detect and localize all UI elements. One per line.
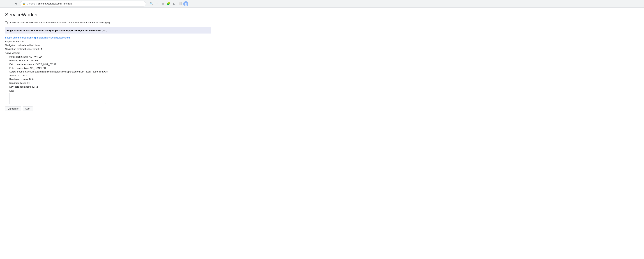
devtools-checkbox[interactable] [5,22,8,24]
search-button[interactable]: 🔍 [149,1,154,6]
registration-id-row: Registration ID: 231 [5,40,210,44]
version-id-row: Version ID: 1753 [9,74,210,78]
devtools-label: Open DevTools window and pause JavaScrip… [9,21,110,24]
scope-link[interactable]: Scope: chrome-extension://djjmngfglakhkh… [5,36,210,39]
start-button[interactable]: Start [23,107,33,111]
media-button[interactable]: ⊡ [172,1,177,6]
profile-avatar [184,2,188,6]
nav-preload-enabled-row: Navigation preload enabled: false [5,44,210,47]
installation-status-row: Installation Status: ACTIVATED [9,55,210,59]
reload-button[interactable]: ↺ [14,1,19,6]
bookmark-button[interactable]: ☆ [160,1,165,6]
profile-button[interactable] [183,1,188,6]
registrations-header: Registrations in: /Users/forinton/Librar… [5,28,210,34]
bookmark-icon: ☆ [162,2,164,6]
devtools-checkbox-row: Open DevTools window and pause JavaScrip… [5,21,210,24]
address-bar-text: Chrome | chrome://serviceworker-internal… [27,2,72,5]
log-label: Log: [9,89,210,92]
fetch-handler-existence-row: Fetch handler existence: DOES_NOT_EXIST [9,63,210,66]
address-bar[interactable]: 🔒 Chrome | chrome://serviceworker-intern… [20,1,146,7]
log-section: Log: [9,89,210,104]
search-icon: 🔍 [150,2,153,6]
address-separator: | [36,2,37,5]
devtools-agent-route-id-row: DevTools agent route ID: -2 [9,85,210,89]
registration-entry: Scope: chrome-extension://djjmngfglakhkh… [5,36,210,111]
back-button[interactable]: ← [2,1,7,6]
svg-point-1 [185,3,186,4]
media-icon: ⊡ [173,2,176,6]
reload-icon: ↺ [15,2,18,6]
renderer-process-id-row: Renderer process ID: 0 [9,78,210,81]
menu-icon: ⋮ [190,2,193,6]
toolbar-actions: 🔍 ⬆ ☆ 🧩 ⊡ ⬜ ⋮ [149,1,194,6]
page-title: ServiceWorker [5,12,210,18]
log-textarea[interactable] [9,93,106,104]
fetch-handler-type-row: Fetch handler type: NO_HANDLER [9,66,210,70]
button-row: Unregister Start [5,107,210,111]
forward-button[interactable]: → [8,1,13,6]
running-status-row: Running Status: STOPPED [9,59,210,63]
page-content: ServiceWorker Open DevTools window and p… [0,8,216,115]
url-text: chrome://serviceworker-internals [38,2,72,5]
back-icon: ← [3,2,6,6]
share-button[interactable]: ⬆ [154,1,160,6]
app-name-label: Chrome [27,2,35,5]
forward-icon: → [9,2,12,6]
nav-preload-header-row: Navigation preload header length: 4 [5,47,210,51]
security-icon: 🔒 [22,2,26,5]
window-icon: ⬜ [178,2,182,6]
worker-details: Installation Status: ACTIVATED Running S… [5,55,210,104]
active-worker-section: Active worker: Installation Status: ACTI… [5,51,210,104]
window-button[interactable]: ⬜ [178,1,182,6]
menu-button[interactable]: ⋮ [189,1,194,6]
share-icon: ⬆ [156,2,158,6]
extensions-icon: 🧩 [167,2,170,6]
browser-toolbar: ← → ↺ 🔒 Chrome | chrome://serviceworker-… [0,0,644,8]
nav-buttons: ← → ↺ [2,1,19,6]
script-row: Script: chrome-extension://djjmngfglakhk… [9,70,210,74]
renderer-thread-id-row: Renderer thread ID: -1 [9,81,210,85]
extensions-button[interactable]: 🧩 [166,1,171,6]
unregister-button[interactable]: Unregister [5,107,21,111]
active-worker-label: Active worker: [5,51,210,55]
